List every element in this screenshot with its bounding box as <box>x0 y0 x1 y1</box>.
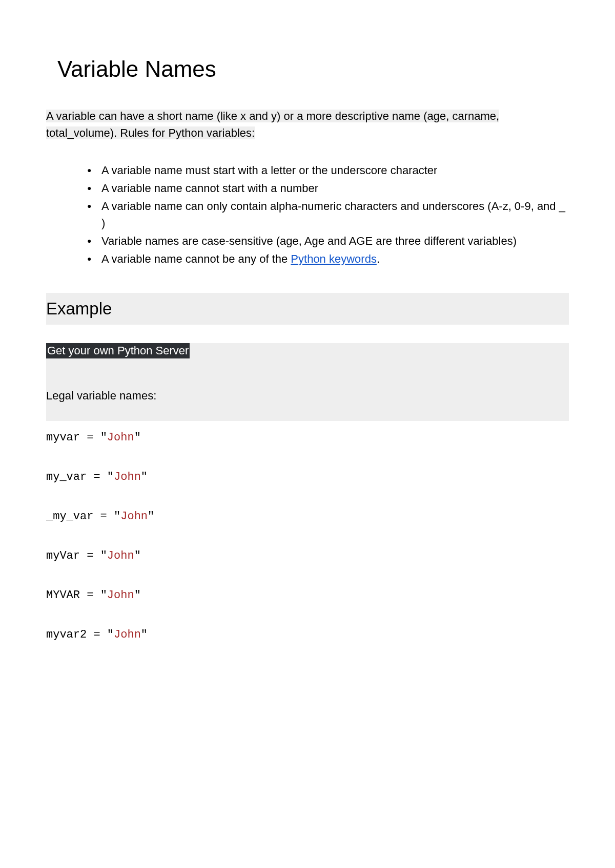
code-line: myvar2 = "John" <box>46 628 569 641</box>
intro-text: A variable can have a short name (like x… <box>46 110 499 139</box>
python-server-banner[interactable]: Get your own Python Server <box>46 343 190 358</box>
code-examples: myvar = "John" my_var = "John" _my_var =… <box>46 431 569 641</box>
list-item-suffix: . <box>377 252 380 265</box>
list-item: A variable name must start with a letter… <box>87 162 569 179</box>
code-line: _my_var = "John" <box>46 510 569 523</box>
legal-names-label: Legal variable names: <box>46 382 569 421</box>
list-item: A variable name can only contain alpha-n… <box>87 198 569 231</box>
page-title: Variable Names <box>57 56 569 82</box>
rules-list: A variable name must start with a letter… <box>46 162 569 267</box>
example-heading: Example <box>46 293 569 325</box>
code-line: myvar = "John" <box>46 431 569 444</box>
code-line: myVar = "John" <box>46 549 569 562</box>
list-item: A variable name cannot be any of the Pyt… <box>87 250 569 267</box>
python-keywords-link[interactable]: Python keywords <box>291 252 377 265</box>
code-line: my_var = "John" <box>46 471 569 483</box>
list-item-text: A variable name cannot be any of the <box>101 252 291 265</box>
list-item: Variable names are case-sensitive (age, … <box>87 232 569 249</box>
list-item: A variable name cannot start with a numb… <box>87 180 569 197</box>
intro-paragraph: A variable can have a short name (like x… <box>46 108 569 141</box>
code-line: MYVAR = "John" <box>46 589 569 602</box>
